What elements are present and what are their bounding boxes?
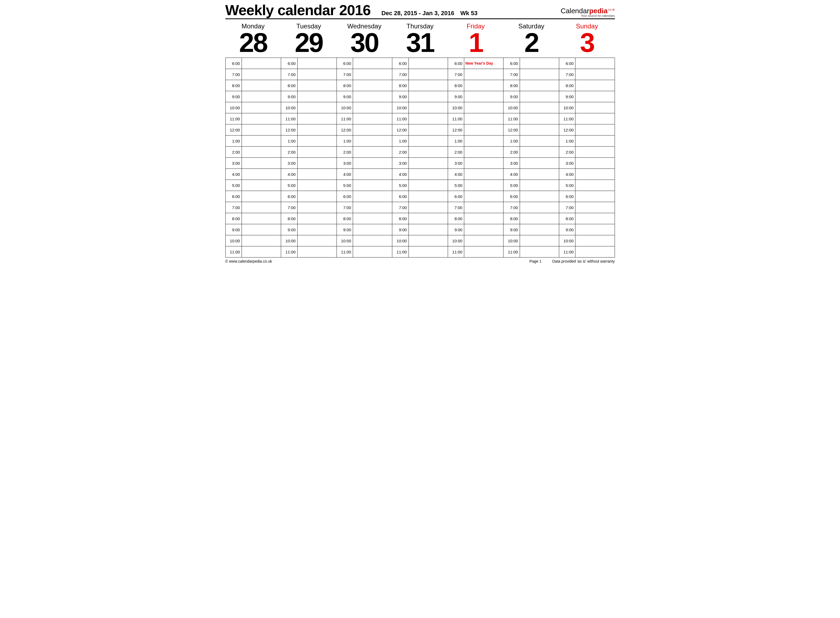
event-cell: [520, 69, 559, 80]
time-label: 12:00: [336, 125, 353, 135]
event-cell: [409, 224, 448, 235]
event-cell: [297, 80, 336, 91]
day-headers-row: Monday28Tuesday29Wednesday30Thursday31Fr…: [225, 21, 615, 58]
event-cell: [464, 202, 504, 213]
event-cell: [464, 191, 504, 202]
time-label: 1:00: [559, 135, 575, 147]
time-label: 5:00: [336, 180, 353, 191]
event-cell: [575, 235, 615, 247]
time-label: 9:00: [559, 224, 575, 235]
time-label: 10:00: [559, 102, 575, 113]
event-cell: [575, 147, 615, 157]
event-cell: [242, 157, 281, 169]
time-label: 12:00: [225, 125, 242, 135]
time-label: 7:00: [504, 202, 520, 213]
event-cell: [409, 58, 448, 69]
time-label: 11:00: [392, 113, 409, 125]
event-cell: [575, 135, 615, 147]
time-label: 8:00: [559, 213, 575, 224]
event-cell: [575, 169, 615, 180]
header-meta: Dec 28, 2015 - Jan 3, 2016 Wk 53: [381, 10, 477, 17]
time-label: 9:00: [336, 224, 353, 235]
event-cell: [575, 125, 615, 135]
event-cell: [409, 247, 448, 257]
time-label: 10:00: [225, 102, 242, 113]
event-cell: [409, 235, 448, 247]
event-cell: [520, 235, 559, 247]
event-cell: [297, 91, 336, 102]
time-label: 9:00: [225, 91, 242, 102]
event-cell: [520, 135, 559, 147]
time-label: 4:00: [225, 169, 242, 180]
time-label: 12:00: [448, 125, 464, 135]
event-cell: [409, 125, 448, 135]
time-label: 7:00: [281, 69, 297, 80]
event-cell: [520, 202, 559, 213]
time-label: 2:00: [225, 147, 242, 157]
time-label: 3:00: [559, 157, 575, 169]
time-label: 7:00: [448, 69, 464, 80]
time-label: 4:00: [281, 169, 297, 180]
event-cell: [353, 224, 392, 235]
time-label: 6:00: [559, 58, 575, 69]
time-label: 11:00: [281, 247, 297, 257]
event-cell: [464, 247, 504, 257]
event-cell: [575, 102, 615, 113]
time-label: 9:00: [336, 91, 353, 102]
time-label: 8:00: [448, 213, 464, 224]
event-cell: [297, 169, 336, 180]
footer-copyright: © www.calendarpedia.co.uk: [225, 259, 272, 263]
event-cell: [409, 69, 448, 80]
event-cell: [353, 213, 392, 224]
event-cell: [575, 191, 615, 202]
day-number: 28: [225, 29, 281, 56]
time-label: 7:00: [225, 202, 242, 213]
time-label: 6:00: [448, 58, 464, 69]
day-number: 1: [448, 29, 504, 56]
event-cell: [520, 91, 559, 102]
event-cell: [297, 147, 336, 157]
time-label: 1:00: [392, 135, 409, 147]
event-cell: [464, 147, 504, 157]
day-number: 2: [504, 29, 559, 56]
event-cell: [464, 135, 504, 147]
day-number: 30: [336, 29, 392, 56]
time-label: 3:00: [504, 157, 520, 169]
footer-disclaimer: Data provided 'as is' without warranty: [552, 259, 615, 263]
time-label: 10:00: [336, 235, 353, 247]
event-cell: [242, 135, 281, 147]
time-label: 9:00: [448, 224, 464, 235]
event-cell: [242, 58, 281, 69]
day-number: 31: [392, 29, 448, 56]
time-label: 11:00: [504, 247, 520, 257]
event-cell: [242, 180, 281, 191]
time-label: 5:00: [504, 180, 520, 191]
time-label: 2:00: [281, 147, 297, 157]
time-label: 2:00: [559, 147, 575, 157]
event-cell: [464, 69, 504, 80]
time-label: 11:00: [336, 247, 353, 257]
time-label: 8:00: [448, 80, 464, 91]
event-cell: [297, 135, 336, 147]
event-cell: [464, 213, 504, 224]
day-number: 3: [559, 29, 615, 56]
time-label: 6:00: [392, 191, 409, 202]
hour-row: 4:004:004:004:004:004:004:00: [225, 169, 615, 180]
event-cell: [297, 157, 336, 169]
event-cell: [575, 157, 615, 169]
event-cell: [353, 135, 392, 147]
time-label: 9:00: [448, 91, 464, 102]
time-label: 10:00: [392, 235, 409, 247]
event-cell: [520, 102, 559, 113]
event-cell: [409, 80, 448, 91]
event-cell: [353, 80, 392, 91]
event-cell: [353, 157, 392, 169]
event-cell: [409, 147, 448, 157]
time-label: 11:00: [448, 113, 464, 125]
time-label: 9:00: [392, 91, 409, 102]
event-cell: [575, 58, 615, 69]
logo-domain: .co.uk: [608, 8, 615, 11]
date-range: Dec 28, 2015 - Jan 3, 2016: [381, 10, 454, 16]
hour-row: 11:0011:0011:0011:0011:0011:0011:00: [225, 247, 615, 257]
event-cell: [297, 191, 336, 202]
